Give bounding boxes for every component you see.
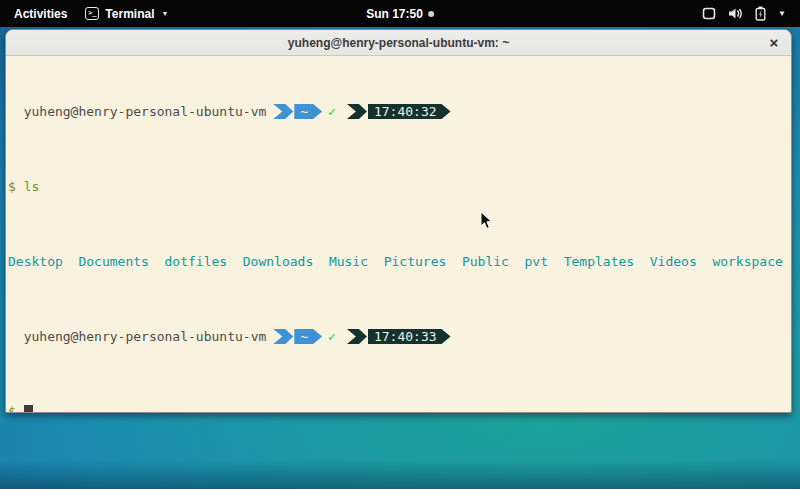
powerline-chevron-icon <box>273 329 293 344</box>
window-title: yuheng@henry-personal-ubuntu-vm: ~ <box>288 36 509 50</box>
powerline-chevron-icon <box>347 329 367 344</box>
directory-item: Downloads <box>243 254 313 269</box>
prompt-symbol: $ <box>8 404 16 413</box>
app-menu-label: Terminal <box>105 7 154 21</box>
directory-item: Music <box>329 254 368 269</box>
notification-dot-icon <box>428 11 434 17</box>
directory-item: Templates <box>564 254 634 269</box>
time-segment: 17:40:33 <box>368 329 451 344</box>
app-menu-button[interactable]: >_ Terminal ▼ <box>85 7 168 21</box>
close-icon[interactable]: × <box>765 34 783 52</box>
system-status-area[interactable]: ▼ <box>702 0 800 27</box>
directory-item: Videos <box>650 254 697 269</box>
chevron-down-icon: ▼ <box>778 9 786 18</box>
terminal-content[interactable]: yuheng@henry-personal-ubuntu-vm ~ ✓ 17:4… <box>6 56 791 413</box>
check-icon: ✓ <box>328 329 336 344</box>
powerline-chevron-icon <box>273 104 293 119</box>
screen-share-icon <box>702 7 716 20</box>
top-bar-left: Activities >_ Terminal ▼ <box>0 5 168 23</box>
powerline-chevron-icon <box>347 104 367 119</box>
directory-item: workspace <box>712 254 782 269</box>
command-line: $ ls <box>8 179 789 194</box>
activities-button[interactable]: Activities <box>10 5 71 23</box>
volume-icon <box>728 7 743 20</box>
command-text: ls <box>24 179 40 194</box>
directory-item: pvt <box>525 254 548 269</box>
mouse-cursor-icon <box>480 211 493 230</box>
user-host-text: yuheng@henry-personal-ubuntu-vm <box>8 104 266 119</box>
directory-item: Public <box>462 254 509 269</box>
input-line[interactable]: $ <box>8 404 789 413</box>
prompt-line-1: yuheng@henry-personal-ubuntu-vm ~ ✓ 17:4… <box>8 104 789 119</box>
top-bar: Activities >_ Terminal ▼ Sun 17:50 ▼ <box>0 0 800 27</box>
directory-listing: DesktopDocumentsdotfilesDownloadsMusicPi… <box>8 254 789 269</box>
prompt-symbol: $ <box>8 179 16 194</box>
cwd-segment: ~ <box>294 104 322 119</box>
terminal-window: yuheng@henry-personal-ubuntu-vm: ~ × yuh… <box>5 29 792 413</box>
clock-label: Sun 17:50 <box>366 7 423 21</box>
terminal-icon: >_ <box>85 7 99 20</box>
directory-item: Desktop <box>8 254 63 269</box>
clock-button[interactable]: Sun 17:50 <box>366 0 434 27</box>
check-icon: ✓ <box>328 104 336 119</box>
cwd-segment: ~ <box>294 329 322 344</box>
chevron-down-icon: ▼ <box>161 10 168 17</box>
directory-item: Documents <box>78 254 148 269</box>
battery-charging-icon <box>755 6 766 21</box>
text-cursor <box>24 405 33 414</box>
window-titlebar[interactable]: yuheng@henry-personal-ubuntu-vm: ~ × <box>6 30 791 56</box>
directory-item: Pictures <box>384 254 447 269</box>
prompt-line-2: yuheng@henry-personal-ubuntu-vm ~ ✓ 17:4… <box>8 329 789 344</box>
time-segment: 17:40:32 <box>368 104 451 119</box>
user-host-text: yuheng@henry-personal-ubuntu-vm <box>8 329 266 344</box>
directory-item: dotfiles <box>165 254 228 269</box>
